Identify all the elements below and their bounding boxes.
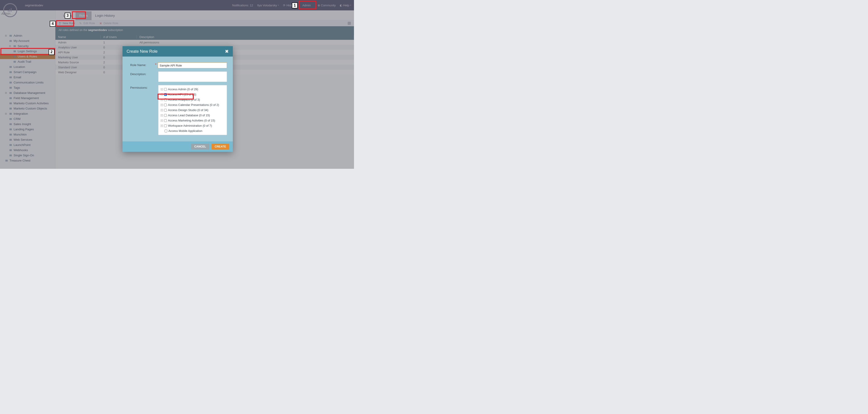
required-asterisk: *	[155, 63, 156, 67]
expand-icon[interactable]: +	[161, 104, 163, 106]
role-name-input[interactable]	[158, 62, 227, 68]
permission-label: Access Analytics (0 of 3)	[168, 98, 200, 101]
expand-icon[interactable]: +	[161, 99, 163, 101]
permission-checkbox[interactable]	[164, 109, 167, 112]
permission-checkbox[interactable]	[164, 124, 167, 127]
permission-checkbox[interactable]	[164, 98, 167, 101]
permission-item[interactable]: +Workspace Administration (0 of 7)	[160, 123, 225, 128]
close-icon[interactable]: ✖	[225, 49, 229, 54]
permission-label: Workspace Administration (0 of 7)	[168, 124, 212, 127]
expand-icon[interactable]: +	[161, 88, 163, 90]
permission-item[interactable]: +Access Analytics (0 of 3)	[160, 97, 225, 102]
permission-item[interactable]: Access Mobile Application	[160, 128, 225, 134]
expand-icon[interactable]: +	[161, 109, 163, 111]
permission-checkbox[interactable]	[164, 114, 167, 117]
create-button[interactable]: CREATE	[212, 144, 229, 150]
description-label: Description:	[130, 71, 155, 76]
permission-item[interactable]: +Access API (23 of 23)	[160, 92, 225, 97]
expand-icon[interactable]: +	[161, 119, 163, 122]
expand-icon[interactable]: +	[161, 93, 163, 96]
permission-checkbox[interactable]	[164, 104, 167, 106]
permission-item[interactable]: +Access Design Studio (0 of 34)	[160, 108, 225, 113]
permission-label: Access API (23 of 23)	[168, 93, 196, 96]
permission-label: Access Lead Database (0 of 15)	[168, 114, 210, 117]
description-input[interactable]	[158, 71, 227, 82]
permission-checkbox[interactable]	[164, 130, 167, 132]
permission-checkbox[interactable]	[164, 88, 167, 91]
permission-checkbox[interactable]	[164, 93, 167, 96]
dialog-footer: CANCEL CREATE	[123, 141, 233, 152]
permission-item[interactable]: +Access Marketing Activities (0 of 15)	[160, 118, 225, 123]
permissions-tree[interactable]: +Access Admin (0 of 29)+Access API (23 o…	[158, 85, 227, 135]
permission-label: Access Admin (0 of 29)	[168, 88, 198, 91]
dialog-header: Create New Role ✖	[123, 46, 233, 57]
permission-label: Access Design Studio (0 of 34)	[168, 108, 208, 112]
permissions-label: Permissions:	[130, 85, 155, 89]
permission-item[interactable]: +Access Admin (0 of 29)	[160, 87, 225, 92]
expand-icon[interactable]: +	[161, 114, 163, 117]
permission-item[interactable]: +Access Calendar Presentations (0 of 2)	[160, 102, 225, 108]
permission-label: Access Mobile Application	[168, 129, 202, 132]
expand-icon[interactable]: +	[161, 125, 163, 127]
cancel-button[interactable]: CANCEL	[191, 144, 209, 150]
permission-item[interactable]: +Access Lead Database (0 of 15)	[160, 113, 225, 118]
permission-checkbox[interactable]	[164, 119, 167, 122]
role-name-label: Role Name:	[130, 62, 155, 67]
permission-label: Access Calendar Presentations (0 of 2)	[168, 103, 219, 107]
permission-label: Access Marketing Activities (0 of 15)	[168, 119, 215, 122]
create-role-dialog: Create New Role ✖ Role Name: * Descripti…	[123, 46, 233, 152]
dialog-title: Create New Role	[127, 49, 158, 54]
